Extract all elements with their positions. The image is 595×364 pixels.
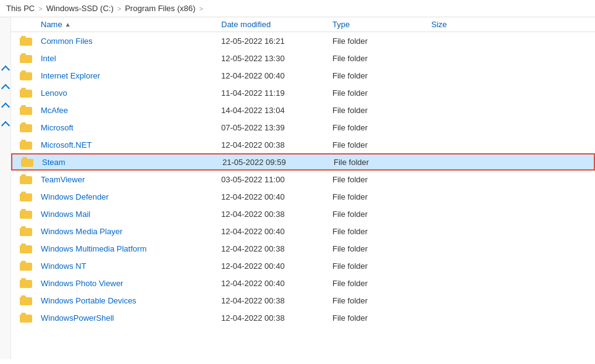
breadcrumb-this-pc[interactable]: This PC [6, 4, 35, 13]
file-date: 12-04-2022 00:40 [221, 261, 332, 271]
folder-icon [20, 192, 32, 201]
folder-icon-cell [11, 278, 41, 288]
file-name[interactable]: Windows Portable Devices [41, 296, 221, 305]
file-date: 12-04-2022 00:38 [221, 296, 332, 305]
file-name[interactable]: Microsoft.NET [41, 140, 221, 150]
file-date: 21-05-2022 09:59 [222, 158, 334, 167]
file-name[interactable]: WindowsPowerShell [41, 313, 221, 323]
table-row[interactable]: Lenovo11-04-2022 11:19File folder [11, 84, 595, 101]
breadcrumb-folder[interactable]: Program Files (x86) [125, 4, 195, 13]
file-type: File folder [332, 192, 431, 201]
file-name[interactable]: Intel [41, 54, 221, 63]
file-date: 12-04-2022 00:40 [221, 192, 332, 201]
file-date: 12-04-2022 00:40 [221, 227, 332, 236]
file-name[interactable]: Steam [42, 158, 222, 167]
file-date: 07-05-2022 13:39 [221, 123, 332, 132]
file-name[interactable]: TeamViewer [41, 175, 221, 184]
col-header-date[interactable]: Date modified [221, 20, 332, 29]
file-type: File folder [332, 210, 431, 219]
col-header-name[interactable]: Name ▲ [11, 20, 221, 29]
folder-icon [20, 226, 32, 236]
file-date: 12-04-2022 00:40 [221, 279, 332, 288]
folder-icon [20, 53, 32, 63]
file-name[interactable]: McAfee [41, 106, 221, 115]
file-name[interactable]: Windows Defender [41, 192, 221, 201]
file-type: File folder [332, 261, 431, 271]
folder-icon-cell [12, 157, 42, 167]
sidebar-arrow-3[interactable] [1, 103, 9, 111]
folder-icon-cell [11, 209, 41, 219]
file-type: File folder [332, 106, 431, 115]
folder-icon-cell [11, 313, 41, 323]
file-name[interactable]: Lenovo [41, 88, 221, 98]
folder-icon-cell [11, 105, 41, 115]
table-row[interactable]: WindowsPowerShell12-04-2022 00:38File fo… [11, 309, 595, 326]
file-name[interactable]: Internet Explorer [41, 71, 221, 80]
folder-icon-cell [11, 261, 41, 271]
breadcrumb-sep-2: > [116, 5, 122, 12]
table-row[interactable]: Common Files12-05-2022 16:21File folder [11, 32, 595, 49]
table-row[interactable]: Windows NT12-04-2022 00:40File folder [11, 257, 595, 274]
table-row[interactable]: Windows Defender12-04-2022 00:40File fol… [11, 188, 595, 205]
file-type: File folder [332, 313, 431, 323]
folder-icon [20, 243, 32, 253]
table-row[interactable]: Microsoft07-05-2022 13:39File folder [11, 119, 595, 136]
file-type: File folder [332, 36, 431, 46]
file-date: 12-04-2022 00:40 [221, 71, 332, 80]
folder-icon [20, 105, 32, 115]
table-row[interactable]: Internet Explorer12-04-2022 00:40File fo… [11, 67, 595, 84]
table-row[interactable]: Windows Media Player12-04-2022 00:40File… [11, 222, 595, 240]
folder-icon [20, 261, 32, 271]
table-row[interactable]: Intel12-05-2022 13:30File folder [11, 49, 595, 67]
file-type: File folder [332, 227, 431, 236]
table-row[interactable]: Windows Multimedia Platform12-04-2022 00… [11, 240, 595, 257]
file-type: File folder [332, 123, 431, 132]
file-type: File folder [332, 54, 431, 63]
folder-icon [20, 122, 32, 132]
folder-icon-cell [11, 174, 41, 184]
file-date: 12-05-2022 13:30 [221, 54, 332, 63]
file-name[interactable]: Windows NT [41, 261, 221, 271]
file-name[interactable]: Windows Media Player [41, 227, 221, 236]
file-name[interactable]: Microsoft [41, 123, 221, 132]
table-row[interactable]: Windows Portable Devices12-04-2022 00:38… [11, 292, 595, 309]
table-row[interactable]: McAfee14-04-2022 13:04File folder [11, 101, 595, 119]
col-header-size[interactable]: Size [431, 20, 493, 29]
file-date: 12-04-2022 00:38 [221, 313, 332, 323]
folder-icon [20, 278, 32, 288]
folder-icon [20, 88, 32, 98]
file-date: 03-05-2022 11:00 [221, 175, 332, 184]
folder-icon-cell [11, 140, 41, 150]
folder-icon-cell [11, 36, 41, 46]
sidebar-arrow-1[interactable] [1, 66, 9, 74]
main-content: Name ▲ Date modified Type Size Common Fi… [0, 17, 595, 359]
column-headers: Name ▲ Date modified Type Size [11, 17, 595, 32]
file-date: 14-04-2022 13:04 [221, 106, 332, 115]
table-row[interactable]: TeamViewer03-05-2022 11:00File folder [11, 171, 595, 188]
breadcrumb-drive[interactable]: Windows-SSD (C:) [46, 4, 114, 13]
folder-icon [20, 140, 32, 150]
folder-icon [20, 36, 32, 46]
folder-icon-cell [11, 122, 41, 132]
file-date: 12-05-2022 16:21 [221, 36, 332, 46]
folder-icon [20, 313, 32, 323]
folder-icon-cell [11, 295, 41, 305]
table-row[interactable]: Windows Photo Viewer12-04-2022 00:40File… [11, 274, 595, 292]
file-name[interactable]: Common Files [41, 36, 221, 46]
file-name[interactable]: Windows Multimedia Platform [41, 244, 221, 253]
file-type: File folder [332, 71, 431, 80]
sidebar-arrow-4[interactable] [1, 121, 9, 130]
file-name[interactable]: Windows Mail [41, 210, 221, 219]
file-name[interactable]: Windows Photo Viewer [41, 279, 221, 288]
folder-icon-cell [11, 243, 41, 253]
folder-icon [21, 157, 33, 167]
table-row[interactable]: Windows Mail12-04-2022 00:38File folder [11, 205, 595, 222]
folder-icon [20, 70, 32, 80]
sidebar-arrow-2[interactable] [1, 84, 9, 93]
table-row[interactable]: Steam21-05-2022 09:59File folder [11, 153, 595, 171]
col-header-type[interactable]: Type [332, 20, 431, 29]
file-list-container[interactable]: Name ▲ Date modified Type Size Common Fi… [11, 17, 595, 359]
folder-icon-cell [11, 53, 41, 63]
table-row[interactable]: Microsoft.NET12-04-2022 00:38File folder [11, 136, 595, 153]
file-type: File folder [332, 88, 431, 98]
